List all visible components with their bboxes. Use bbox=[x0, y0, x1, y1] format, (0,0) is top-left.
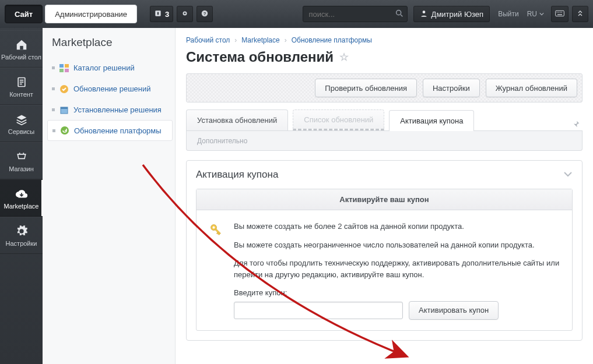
rail-label: Контент bbox=[9, 91, 33, 98]
sidebar: Marketplace Каталог решений Обновление р… bbox=[43, 28, 176, 364]
settings-top-button[interactable] bbox=[177, 6, 193, 22]
svg-line-7 bbox=[401, 15, 402, 16]
crumb-desktop[interactable]: Рабочий стол bbox=[186, 36, 230, 44]
sidebar-item-label: Каталог решений bbox=[73, 63, 135, 72]
search-box bbox=[303, 6, 408, 22]
bell-icon bbox=[154, 9, 162, 19]
lang-selector[interactable]: RU bbox=[527, 10, 544, 18]
info-text-1: Вы можете создать не более 2 сайтов на д… bbox=[234, 221, 560, 232]
sub-tabstrip: Дополнительно bbox=[186, 131, 583, 151]
svg-rect-1 bbox=[157, 12, 159, 15]
collapse-panel-icon[interactable] bbox=[563, 169, 573, 181]
svg-rect-13 bbox=[562, 12, 562, 12]
help-icon: ? bbox=[201, 9, 209, 19]
lang-label: RU bbox=[527, 10, 537, 18]
bullet-icon bbox=[52, 87, 55, 90]
info-text-2: Вы можете создать неограниченное число п… bbox=[234, 239, 560, 251]
main-content: Рабочий стол › Marketplace › Обновление … bbox=[176, 28, 593, 364]
site-tab[interactable]: Сайт bbox=[5, 5, 43, 23]
rail-item-services[interactable]: Сервисы bbox=[0, 105, 43, 142]
topbar: Сайт Администрирование 3 ? Дмитри bbox=[0, 0, 593, 28]
notif-count: 3 bbox=[165, 10, 169, 19]
svg-rect-11 bbox=[558, 12, 559, 12]
crumb-marketplace[interactable]: Marketplace bbox=[241, 36, 279, 44]
rail-item-shop[interactable]: Магазин bbox=[0, 142, 43, 179]
svg-rect-15 bbox=[20, 45, 23, 49]
page-title: Система обновлений ☆ bbox=[186, 49, 583, 65]
svg-text:?: ? bbox=[203, 10, 206, 16]
rail-label: Рабочий стол bbox=[1, 54, 41, 61]
left-rail: Рабочий стол Контент Сервисы Магазин Mar… bbox=[0, 28, 43, 364]
gear-icon bbox=[14, 224, 29, 238]
sidebar-item-label: Обновление решений bbox=[73, 84, 151, 93]
coupon-panel: Активация купона Активируйте ваш купон В… bbox=[186, 160, 583, 341]
svg-rect-12 bbox=[560, 12, 560, 12]
keyboard-button[interactable] bbox=[551, 6, 569, 22]
svg-point-6 bbox=[396, 10, 401, 15]
help-top-button[interactable]: ? bbox=[197, 6, 213, 22]
sidebar-item-installed[interactable]: Установленные решения bbox=[47, 99, 173, 120]
rail-label: Настройки bbox=[6, 240, 37, 247]
collapse-button[interactable] bbox=[572, 6, 588, 22]
doc-icon bbox=[14, 75, 29, 89]
info-text-3: Для того чтобы продлить техническую подд… bbox=[234, 257, 560, 280]
keyboard-icon bbox=[555, 10, 564, 19]
rail-label: Marketplace bbox=[4, 203, 39, 210]
gear-icon bbox=[181, 9, 189, 19]
box-icon bbox=[59, 105, 69, 115]
rail-label: Сервисы bbox=[8, 128, 35, 135]
page-title-text: Система обновлений bbox=[186, 49, 334, 65]
chevron-right-icon: › bbox=[285, 36, 287, 44]
svg-rect-14 bbox=[557, 14, 562, 15]
svg-rect-10 bbox=[557, 12, 557, 12]
search-input[interactable] bbox=[303, 6, 408, 22]
tab-install-updates[interactable]: Установка обновлений bbox=[186, 109, 288, 130]
layers-icon bbox=[14, 112, 29, 126]
user-menu[interactable]: Дмитрий Юзеп bbox=[413, 6, 490, 22]
svg-point-8 bbox=[422, 10, 425, 13]
coupon-input[interactable] bbox=[234, 302, 403, 319]
admin-tab[interactable]: Администрирование bbox=[45, 5, 137, 23]
chevron-right-icon: › bbox=[234, 36, 237, 44]
svg-rect-9 bbox=[556, 10, 564, 16]
search-icon[interactable] bbox=[395, 9, 404, 20]
logout-link[interactable]: Выйти bbox=[498, 10, 519, 18]
sidebar-item-catalog[interactable]: Каталог решений bbox=[47, 57, 173, 78]
inner-panel-title: Активируйте ваш купон bbox=[197, 189, 572, 210]
svg-rect-22 bbox=[59, 69, 64, 72]
favorite-star-icon[interactable]: ☆ bbox=[339, 51, 349, 63]
pin-icon[interactable] bbox=[572, 116, 583, 130]
rail-item-settings[interactable]: Настройки bbox=[0, 217, 43, 254]
activate-coupon-button[interactable]: Активировать купон bbox=[409, 301, 499, 320]
rail-item-content[interactable]: Контент bbox=[0, 68, 43, 105]
subtab-additional[interactable]: Дополнительно bbox=[192, 135, 252, 147]
svg-rect-21 bbox=[65, 64, 69, 68]
tab-update-list: Список обновлений bbox=[293, 109, 384, 130]
catalog-icon bbox=[59, 63, 69, 73]
cart-icon bbox=[14, 150, 29, 164]
notifications-button[interactable]: 3 bbox=[150, 6, 173, 22]
svg-rect-26 bbox=[61, 107, 68, 109]
coupon-label: Введите купон: bbox=[234, 288, 287, 297]
update-icon bbox=[59, 84, 69, 94]
settings-button[interactable]: Настройки bbox=[423, 79, 480, 97]
rail-item-marketplace[interactable]: Marketplace bbox=[0, 179, 43, 217]
crumb-update-platform[interactable]: Обновление платформы bbox=[292, 36, 372, 44]
sidebar-item-label: Обновление платформы bbox=[74, 126, 162, 135]
update-log-button[interactable]: Журнал обновлений bbox=[486, 79, 577, 97]
sidebar-item-update-solutions[interactable]: Обновление решений bbox=[47, 78, 173, 99]
key-icon bbox=[208, 221, 224, 320]
bullet-icon bbox=[52, 66, 55, 69]
rail-label: Магазин bbox=[9, 165, 33, 172]
check-updates-button[interactable]: Проверить обновления bbox=[315, 79, 417, 97]
user-icon bbox=[420, 9, 428, 19]
chevron-down-icon bbox=[539, 12, 544, 16]
cloud-download-icon bbox=[14, 187, 29, 201]
sidebar-item-update-platform[interactable]: Обновление платформы bbox=[47, 120, 173, 141]
svg-rect-23 bbox=[65, 69, 69, 72]
rail-item-desktop[interactable]: Рабочий стол bbox=[0, 30, 43, 68]
tab-activate-coupon[interactable]: Активация купона bbox=[389, 110, 474, 131]
collapse-icon bbox=[577, 10, 584, 19]
tabstrip: Установка обновлений Список обновлений А… bbox=[186, 109, 583, 131]
home-icon bbox=[14, 38, 29, 52]
